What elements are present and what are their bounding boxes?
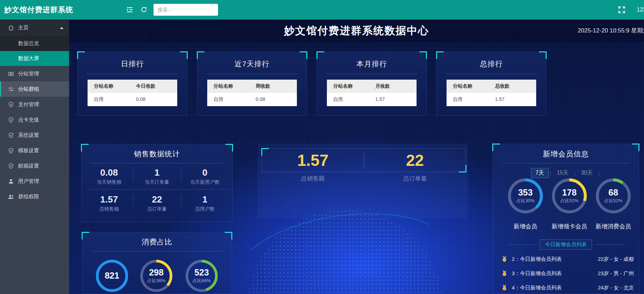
corner-bracket — [261, 148, 269, 156]
cell-site-name: 自用 — [88, 93, 130, 106]
corner-bracket — [539, 51, 547, 59]
shield-check-icon — [8, 132, 14, 139]
divider — [87, 189, 227, 190]
medal-icon — [501, 284, 508, 292]
ranking-table: 分站名称月收款 自用1.57 — [327, 80, 417, 106]
member-text: 2：今日新增会员列表 — [512, 256, 598, 263]
member-list-item[interactable]: 3：今日新增会员列表 23岁 - 男 - 广州 — [501, 267, 634, 279]
stat-today-new-users: 0当天新用户数 — [181, 163, 229, 189]
period-tabs: 7天 | 15天 | 30天 | — [493, 168, 639, 178]
total-orders-value-cell: 22 — [364, 149, 466, 172]
column-header: 周收款 — [249, 80, 297, 93]
panel-month-ranking: 本月排行 分站名称月收款 自用1.57 — [317, 52, 427, 116]
sidebar-item-system-settings[interactable]: 系统设置 — [0, 127, 69, 143]
cell-site-name: 自用 — [327, 93, 369, 106]
sidebar-item-label: 模板设置 — [18, 147, 39, 154]
sidebar-item-label: 分站管理 — [18, 71, 39, 77]
sidebar-item-user-manage[interactable]: 用户管理 — [0, 174, 69, 189]
tab-separator: | — [550, 170, 551, 176]
stat-total-users: 1总用户数 — [181, 190, 229, 215]
corner-bracket — [225, 232, 232, 240]
member-list-item[interactable]: 2：今日新增会员列表 22岁 - 女 - 成都 — [501, 253, 634, 265]
cell-site-name: 自用 — [207, 93, 249, 106]
cell-amount: 1.57 — [369, 93, 417, 106]
header-decor-right — [516, 32, 579, 40]
panel-title: 销售数据统计 — [82, 149, 232, 159]
donut-label: 新增会员 — [501, 222, 550, 230]
sidebar-item-template-settings[interactable]: 模板设置 — [0, 143, 69, 158]
corner-bracket — [419, 51, 427, 59]
divider — [502, 163, 630, 163]
total-orders-value: 22 — [406, 151, 424, 170]
panel-title: 近7天排行 — [197, 59, 307, 69]
today-member-list-button[interactable]: 今日新增会员列表 — [540, 240, 592, 250]
sidebar-item-label: 邮箱设置 — [18, 163, 39, 169]
donut-consumption-2: 298占比36% — [140, 259, 173, 293]
panel-daily-ranking: 日排行 分站名称今日收款 自用0.08 — [77, 52, 187, 116]
donut-label: 新增消费会员 — [589, 222, 638, 230]
table-row: 自用0.08 — [88, 93, 177, 106]
corner-bracket — [225, 144, 233, 152]
corner-bracket — [300, 51, 307, 59]
donut-label: 新增领卡会员 — [545, 222, 594, 230]
sidebar-item-substation-manage[interactable]: 分站管理 — [0, 66, 69, 81]
panel-consumption-ratio: 消费占比 821 298占比36% 523占比64% — [82, 232, 232, 294]
tab-15-days[interactable]: 15天 — [553, 168, 573, 178]
tab-7-days[interactable]: 7天 — [531, 168, 549, 178]
sidebar-submenu: 数据总览 数据大屏 — [0, 36, 69, 66]
column-header: 月收款 — [369, 80, 417, 93]
panel-title: 日排行 — [78, 59, 187, 69]
sidebar-item-label: 数据总览 — [18, 40, 39, 47]
ranking-table: 分站名称今日收款 自用0.08 — [88, 80, 177, 106]
column-header: 分站名称 — [88, 80, 130, 93]
panel-new-members: 新增会员信息 7天 | 15天 | 30天 | 353占比30% 178占比52… — [493, 144, 639, 294]
shield-check-icon — [8, 101, 14, 108]
sidebar-item-mail-settings[interactable]: 邮箱设置 — [0, 158, 69, 174]
tab-separator: | — [598, 170, 599, 176]
member-list-button-row: 今日新增会员列表 — [493, 240, 639, 250]
divider — [508, 244, 538, 245]
sidebar-item-label: 主页 — [18, 24, 29, 31]
sidebar-item-label: 系统设置 — [18, 132, 39, 139]
sidebar-item-card-recharge[interactable]: 点卡充值 — [0, 112, 69, 127]
header-decor-left — [69, 32, 150, 40]
refresh-icon[interactable] — [140, 6, 148, 13]
corner-bracket — [77, 51, 85, 59]
search-input[interactable] — [153, 4, 218, 16]
corner-bracket — [436, 51, 444, 59]
medal-icon — [501, 270, 508, 277]
brand-title: 妙文馆付费进群系统 — [4, 0, 73, 20]
corner-bracket — [180, 51, 188, 59]
menu-fold-icon[interactable] — [126, 6, 134, 14]
sidebar-item-group-permissions[interactable]: 群组权限 — [0, 189, 69, 204]
sidebar-item-substation-groups[interactable]: 分站群组 — [0, 81, 69, 97]
sidebar-item-label: 支付管理 — [18, 101, 39, 108]
layout-icon — [8, 71, 14, 77]
sidebar-item-payment[interactable]: 支付管理 — [0, 97, 69, 112]
username[interactable]: 123 — [637, 0, 644, 20]
member-list-item[interactable]: 4：今日新增会员列表 24岁 - 女 - 北京 — [501, 282, 634, 294]
stat-today-sales: 0.08当天销售额 — [85, 163, 133, 189]
sidebar-item-label: 数据大屏 — [18, 55, 39, 62]
deco-dots — [310, 124, 380, 140]
member-detail: 23岁 - 男 - 广州 — [598, 270, 634, 277]
ranking-table: 分站名称总收款 自用1.57 — [447, 80, 536, 106]
cell-amount: 0.08 — [130, 93, 177, 106]
sidebar-item-data-overview[interactable]: 数据总览 — [0, 36, 69, 51]
tab-30-days[interactable]: 30天 — [577, 168, 597, 178]
cell-site-name: 自用 — [447, 93, 489, 106]
panel-title: 总排行 — [437, 59, 546, 69]
total-sales-label: 总销售额 — [262, 175, 364, 183]
top-bar: 妙文馆付费进群系统 123 — [0, 0, 644, 20]
totals-box: 1.57 22 — [262, 148, 466, 172]
sidebar-item-home[interactable]: 主页 — [0, 20, 69, 36]
sidebar-item-label: 点卡充值 — [18, 117, 39, 123]
corner-bracket — [492, 144, 500, 151]
sidebar-item-data-screen[interactable]: 数据大屏 — [0, 51, 69, 66]
total-sales-value-cell: 1.57 — [262, 149, 364, 172]
fullscreen-icon[interactable] — [617, 6, 626, 14]
divider — [87, 74, 178, 74]
sidebar-item-label: 用户管理 — [18, 178, 39, 185]
panel-week-ranking: 近7天排行 分站名称周收款 自用0.08 — [197, 52, 307, 116]
app-window: 妙文馆付费进群系统 123 主页 数据总览 数据大屏 — [0, 0, 644, 294]
